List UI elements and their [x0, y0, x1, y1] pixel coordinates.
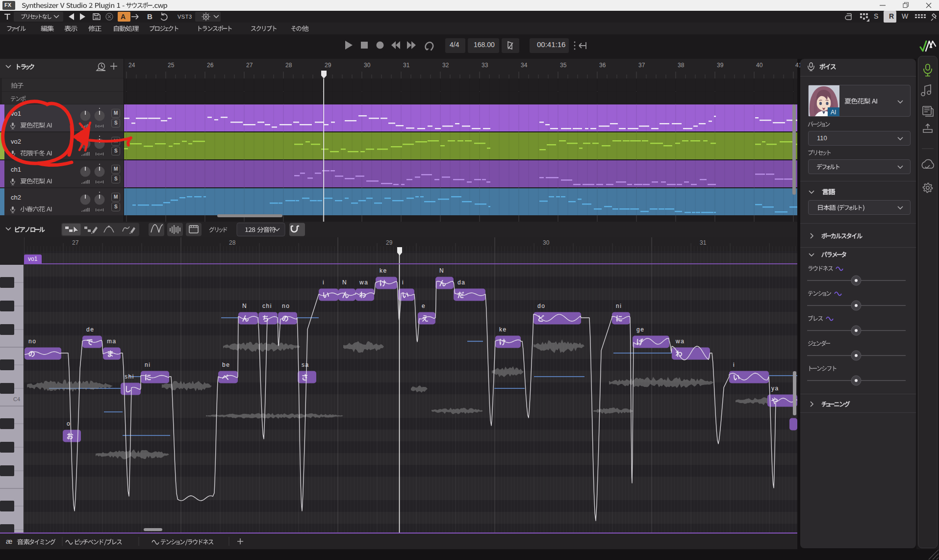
svg-text:chi: chi: [262, 303, 272, 309]
svg-text:ma: ma: [107, 338, 117, 345]
svg-text:no: no: [282, 303, 290, 309]
svg-text:i: i: [733, 361, 735, 368]
svg-text:N: N: [242, 303, 247, 309]
svg-text:da: da: [457, 279, 465, 286]
svg-text:i: i: [323, 279, 325, 286]
svg-text:o: o: [67, 420, 71, 427]
svg-text:N: N: [342, 279, 347, 286]
svg-text:i: i: [402, 279, 404, 286]
svg-text:ke: ke: [499, 326, 507, 333]
svg-text:wa: wa: [675, 338, 685, 345]
svg-text:e: e: [422, 303, 426, 309]
svg-text:ge: ge: [636, 326, 644, 333]
svg-text:ni: ni: [616, 303, 622, 309]
svg-text:ke: ke: [380, 267, 387, 274]
svg-text:sa: sa: [302, 361, 309, 368]
svg-text:ya: ya: [771, 385, 779, 392]
svg-text:N: N: [439, 267, 444, 274]
svg-text:AI: AI: [831, 109, 836, 116]
svg-text:be: be: [222, 361, 230, 368]
svg-text:de: de: [86, 326, 94, 333]
svg-text:wa: wa: [359, 279, 368, 286]
svg-text:ni: ni: [145, 361, 151, 368]
svg-text:shi: shi: [125, 373, 134, 380]
svg-text:no: no: [28, 338, 36, 345]
svg-text:do: do: [537, 303, 545, 309]
